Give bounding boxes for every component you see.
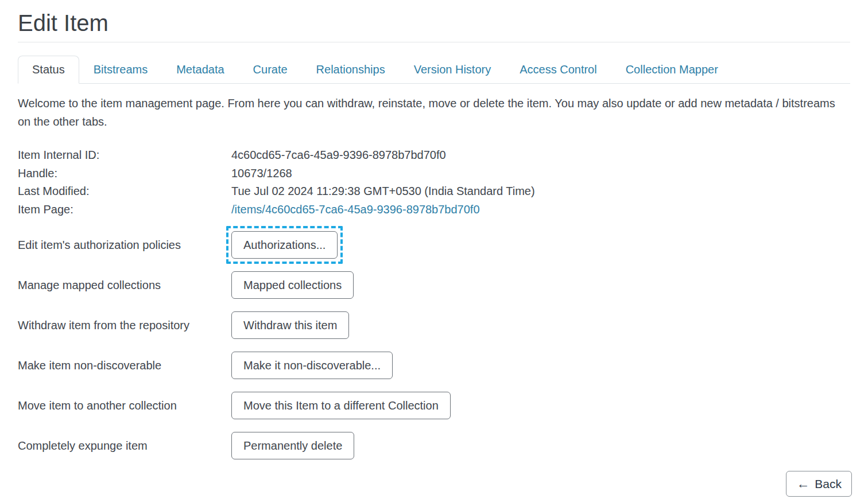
- meta-row-item-internal-id: Item Internal ID: 4c60cd65-7ca6-45a9-939…: [18, 146, 850, 165]
- back-arrow-icon: ←: [796, 477, 809, 490]
- action-row-permanently-delete: Completely expunge item Permanently dele…: [18, 432, 850, 459]
- tab-metadata[interactable]: Metadata: [162, 56, 238, 84]
- item-page-link[interactable]: /items/4c60cd65-7ca6-45a9-9396-8978b7bd7…: [231, 201, 480, 219]
- meta-row-handle: Handle: 10673/1268: [18, 165, 850, 183]
- mapped-collections-label: Manage mapped collections: [18, 279, 231, 292]
- tab-bar: Status Bitstreams Metadata Curate Relati…: [18, 56, 850, 84]
- mapped-collections-button[interactable]: Mapped collections: [231, 271, 354, 299]
- tab-collection-mapper[interactable]: Collection Mapper: [611, 56, 733, 84]
- focus-annotation-highlight: Authorizations...: [226, 226, 343, 264]
- tab-relationships[interactable]: Relationships: [302, 56, 400, 84]
- action-row-non-discoverable: Make item non-discoverable Make it non-d…: [18, 352, 850, 379]
- item-info-section: Item Internal ID: 4c60cd65-7ca6-45a9-939…: [18, 146, 850, 219]
- item-internal-id-value: 4c60cd65-7ca6-45a9-9396-8978b7bd70f0: [231, 146, 446, 165]
- meta-row-item-page: Item Page: /items/4c60cd65-7ca6-45a9-939…: [18, 201, 850, 219]
- action-row-authorizations: Edit item's authorization policies Autho…: [18, 231, 850, 259]
- actions-section: Edit item's authorization policies Autho…: [18, 231, 850, 459]
- edit-item-page: Edit Item Status Bitstreams Metadata Cur…: [0, 9, 868, 459]
- withdraw-label: Withdraw item from the repository: [18, 319, 231, 332]
- page-title: Edit Item: [18, 9, 850, 37]
- permanently-delete-label: Completely expunge item: [18, 439, 231, 453]
- tab-status[interactable]: Status: [18, 56, 79, 84]
- item-page-label: Item Page:: [18, 201, 231, 219]
- back-button[interactable]: ← Back: [786, 471, 852, 497]
- non-discoverable-label: Make item non-discoverable: [18, 359, 231, 372]
- last-modified-value: Tue Jul 02 2024 11:29:38 GMT+0530 (India…: [231, 182, 535, 201]
- welcome-text: Welcome to the item management page. Fro…: [18, 94, 849, 131]
- move-collection-button[interactable]: Move this Item to a different Collection: [231, 392, 451, 419]
- handle-label: Handle:: [18, 165, 231, 183]
- authorizations-button[interactable]: Authorizations...: [231, 231, 338, 259]
- title-divider: [18, 42, 850, 42]
- action-row-move-collection: Move item to another collection Move thi…: [18, 392, 850, 419]
- action-row-mapped-collections: Manage mapped collections Mapped collect…: [18, 271, 850, 299]
- tab-curate[interactable]: Curate: [239, 56, 302, 84]
- tab-bitstreams[interactable]: Bitstreams: [79, 56, 162, 84]
- footer: ← Back: [786, 471, 852, 497]
- item-internal-id-label: Item Internal ID:: [18, 146, 231, 165]
- handle-value: 10673/1268: [231, 165, 292, 183]
- withdraw-button[interactable]: Withdraw this item: [231, 311, 349, 339]
- non-discoverable-button[interactable]: Make it non-discoverable...: [231, 352, 393, 379]
- tab-access-control[interactable]: Access Control: [505, 56, 611, 84]
- action-row-withdraw: Withdraw item from the repository Withdr…: [18, 311, 850, 339]
- authorizations-label: Edit item's authorization policies: [18, 239, 231, 252]
- permanently-delete-button[interactable]: Permanently delete: [231, 432, 354, 459]
- back-button-label: Back: [815, 477, 842, 491]
- move-collection-label: Move item to another collection: [18, 399, 231, 412]
- tab-version-history[interactable]: Version History: [400, 56, 506, 84]
- last-modified-label: Last Modified:: [18, 182, 231, 201]
- meta-row-last-modified: Last Modified: Tue Jul 02 2024 11:29:38 …: [18, 182, 850, 201]
